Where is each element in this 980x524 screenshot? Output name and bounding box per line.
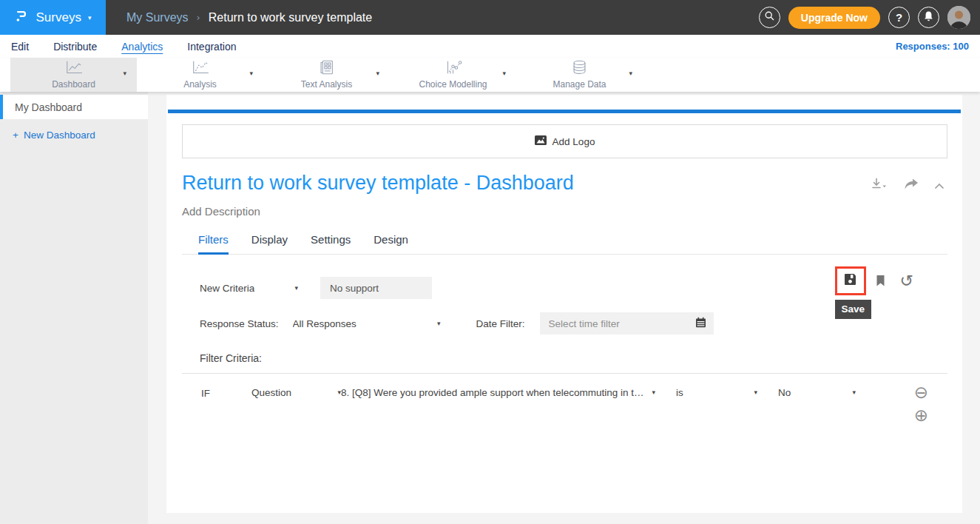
- scatter-chart-icon: [443, 60, 463, 78]
- breadcrumb-current-survey: Return to work survey template: [209, 11, 372, 24]
- title-row: Return to work survey template - Dashboa…: [182, 172, 944, 195]
- app-body: My Dashboard + New Dashboard Add Logo Re…: [0, 92, 980, 524]
- chevron-down-icon[interactable]: ▾: [502, 70, 506, 77]
- dashboard-card: Add Logo Return to work survey template …: [166, 95, 962, 513]
- toolbar-item-text-analysis[interactable]: Text Analysis ▾: [263, 58, 390, 92]
- text-document-icon: [317, 60, 337, 78]
- app-logo-menu[interactable]: Surveys ▾: [0, 0, 106, 35]
- chevron-down-icon[interactable]: ▾: [629, 70, 632, 77]
- sidebar-item-label: My Dashboard: [15, 101, 82, 113]
- image-icon: [535, 135, 547, 147]
- criteria-name-input[interactable]: No support: [320, 277, 432, 299]
- tab-settings[interactable]: Settings: [311, 233, 351, 255]
- toolbar-label: Text Analysis: [301, 79, 352, 90]
- chevron-down-icon: ▾: [437, 320, 441, 327]
- sidebar-item-my-dashboard[interactable]: My Dashboard: [0, 95, 148, 119]
- page-title: Return to work survey template - Dashboa…: [182, 172, 574, 195]
- analytics-toolbar: Dashboard ▾ Analysis ▾ Text Analysis ▾: [0, 58, 980, 92]
- topbar-actions: Upgrade Now ?: [759, 6, 980, 29]
- user-avatar[interactable]: [947, 6, 970, 29]
- collapse-chevron-up-icon[interactable]: [934, 179, 944, 192]
- date-filter-label: Date Filter:: [476, 318, 525, 329]
- toolbar-label: Manage Data: [552, 79, 606, 90]
- divider: [182, 373, 947, 374]
- answer-dropdown[interactable]: No ▾: [778, 387, 856, 398]
- tab-design[interactable]: Design: [374, 233, 408, 255]
- add-logo-dropzone[interactable]: Add Logo: [182, 124, 947, 158]
- chevron-down-icon[interactable]: ▾: [249, 70, 253, 77]
- criteria-dropdown-value: New Criteria: [200, 283, 254, 294]
- dashboard-tabs: Filters Display Settings Design: [182, 233, 947, 255]
- chevron-down-icon[interactable]: ▾: [376, 70, 379, 77]
- response-status-dropdown[interactable]: All Responses ▾: [293, 318, 441, 329]
- save-icon: [843, 272, 857, 289]
- toolbar-label: Choice Modelling: [419, 79, 487, 90]
- save-filter-button[interactable]: Save: [835, 266, 866, 295]
- add-rule-icon[interactable]: ⊕: [914, 407, 928, 424]
- upgrade-now-button[interactable]: Upgrade Now: [788, 7, 880, 29]
- operator-dropdown[interactable]: is ▾: [676, 387, 757, 398]
- toolbar-item-manage-data[interactable]: Manage Data ▾: [516, 58, 643, 92]
- tab-filters[interactable]: Filters: [198, 233, 229, 255]
- field-type-value: Question: [251, 387, 291, 398]
- rule-actions: ⊖ ⊕: [914, 384, 928, 424]
- criteria-dropdown[interactable]: New Criteria ▾: [200, 283, 298, 294]
- top-bar: Surveys ▾ My Surveys › Return to work su…: [0, 0, 980, 35]
- reset-icon[interactable]: ↺: [900, 273, 913, 289]
- breadcrumb: My Surveys › Return to work survey templ…: [126, 11, 372, 24]
- chevron-down-icon: ▾: [88, 15, 92, 21]
- dashboard-accent-bar: [168, 110, 961, 113]
- calendar-icon[interactable]: [695, 317, 706, 331]
- questionpro-logo-icon: [15, 8, 30, 27]
- chevron-down-icon: ▾: [652, 389, 655, 396]
- answer-value: No: [778, 387, 791, 398]
- date-filter-placeholder: Select time filter: [549, 318, 695, 329]
- share-icon[interactable]: [904, 178, 919, 193]
- toolbar-item-dashboard[interactable]: Dashboard ▾: [10, 58, 137, 92]
- question-value: 8. [Q8] Were you provided ample support …: [341, 387, 647, 398]
- add-description-placeholder[interactable]: Add Description: [182, 205, 962, 218]
- criteria-action-icons: Save ↺: [835, 266, 913, 295]
- dashboard-sidebar: My Dashboard + New Dashboard: [0, 92, 148, 524]
- product-name: Surveys: [36, 10, 81, 25]
- toolbar-label: Analysis: [183, 79, 217, 90]
- chevron-down-icon: ▾: [754, 389, 757, 396]
- nav-item-integration[interactable]: Integration: [187, 41, 236, 53]
- survey-nav-row: Edit Distribute Analytics Integration Re…: [0, 35, 980, 58]
- trend-chart-icon: [190, 60, 210, 78]
- date-filter-input[interactable]: Select time filter: [540, 312, 714, 335]
- toolbar-item-choice-modelling[interactable]: Choice Modelling ▾: [390, 58, 516, 92]
- help-button[interactable]: ?: [888, 7, 910, 28]
- dashboard-actions: [871, 178, 944, 193]
- bookmark-icon[interactable]: [876, 275, 885, 287]
- search-button[interactable]: [759, 7, 780, 28]
- notifications-button[interactable]: [918, 7, 939, 28]
- chevron-down-icon[interactable]: ▾: [123, 70, 126, 77]
- criteria-row: New Criteria ▾ No support Save: [200, 274, 947, 302]
- save-tooltip: Save: [835, 300, 872, 319]
- nav-item-analytics[interactable]: Analytics: [121, 41, 163, 53]
- if-label: IF: [201, 387, 251, 399]
- response-status-value: All Responses: [293, 318, 356, 329]
- line-chart-icon: [64, 60, 84, 78]
- chevron-down-icon: ▾: [852, 389, 856, 396]
- field-type-dropdown[interactable]: Question ▾: [251, 387, 341, 398]
- download-icon[interactable]: [871, 178, 888, 193]
- tab-display[interactable]: Display: [251, 233, 288, 255]
- add-logo-label: Add Logo: [552, 136, 595, 147]
- remove-rule-icon[interactable]: ⊖: [914, 384, 928, 401]
- response-status-label: Response Status:: [200, 318, 279, 329]
- new-dashboard-button[interactable]: + New Dashboard: [13, 130, 148, 141]
- bell-icon: [923, 10, 934, 25]
- breadcrumb-separator-icon: ›: [197, 13, 200, 22]
- nav-item-distribute[interactable]: Distribute: [53, 41, 97, 53]
- toolbar-label: Dashboard: [52, 79, 95, 90]
- nav-item-edit[interactable]: Edit: [11, 41, 29, 53]
- toolbar-item-analysis[interactable]: Analysis ▾: [137, 58, 263, 92]
- responses-count[interactable]: Responses: 100: [896, 41, 969, 52]
- question-dropdown[interactable]: 8. [Q8] Were you provided ample support …: [341, 387, 655, 398]
- filter-criteria-label: Filter Criteria:: [200, 352, 962, 364]
- filter-rule-row: IF Question ▾ 8. [Q8] Were you provided …: [201, 387, 947, 424]
- breadcrumb-my-surveys[interactable]: My Surveys: [126, 11, 189, 24]
- survey-nav: Edit Distribute Analytics Integration: [11, 41, 236, 53]
